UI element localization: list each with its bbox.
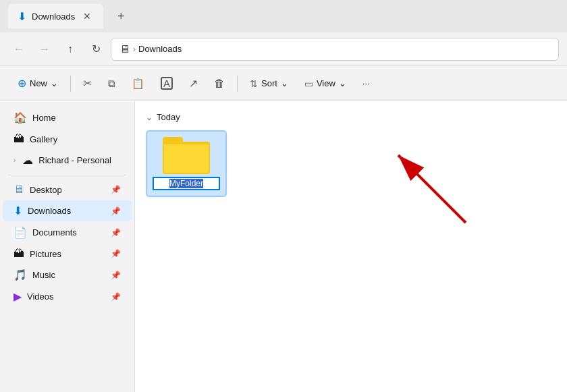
cut-icon: ✂ [83,77,92,90]
sidebar: 🏠 Home 🏔 Gallery › ☁ Richard - Personal … [0,101,135,392]
music-icon: 🎵 [14,269,27,281]
tab-title: Downloads [32,11,75,22]
rename-button[interactable]: A [154,72,180,96]
copy-button[interactable]: ⧉ [101,72,122,96]
pin-icon-downloads: 📌 [111,206,121,216]
forward-button[interactable]: → [34,38,55,60]
sidebar-item-videos[interactable]: ▶ Videos 📌 [3,286,132,307]
share-icon: ↗ [189,77,198,90]
sidebar-divider [8,175,126,175]
pin-icon-documents: 📌 [111,228,121,237]
path-chevron: › [133,45,136,54]
pin-icon-videos: 📌 [111,292,121,302]
sidebar-item-gallery[interactable]: 🏔 Gallery [3,129,132,149]
download-sidebar-icon: ⬇ [14,204,22,217]
expand-icon: › [14,157,16,164]
folder-grid [146,130,556,197]
content-area: ⌄ Today [135,101,567,392]
desktop-label: Desktop [30,185,62,195]
documents-label: Documents [32,227,77,237]
pin-icon-pictures: 📌 [111,249,121,258]
sidebar-item-downloads[interactable]: ⬇ Downloads 📌 [3,200,132,221]
home-label: Home [32,113,56,123]
sort-icon: ⇅ [250,78,258,89]
new-button[interactable]: ⊕ New ⌄ [11,72,65,96]
more-icon: ··· [362,78,370,88]
title-bar: ⬇ Downloads ✕ + [0,0,567,32]
toolbar: ⊕ New ⌄ ✂ ⧉ 📋 A ↗ 🗑 ⇅ Sort ⌄ ▭ View ⌄ ··… [0,66,567,101]
cloud-icon: ☁ [22,154,33,167]
section-chevron: ⌄ [146,113,153,122]
folder-icon [163,137,210,174]
download-icon: ⬇ [18,10,26,23]
divider-2 [237,76,238,92]
new-icon: ⊕ [18,77,26,90]
view-button[interactable]: ▭ View ⌄ [298,72,353,96]
new-dropdown-icon: ⌄ [51,78,58,88]
folder-name-input[interactable] [153,177,220,190]
sidebar-item-desktop[interactable]: 🖥 Desktop 📌 [3,179,132,200]
refresh-button[interactable]: ↻ [85,38,107,60]
more-button[interactable]: ··· [356,72,377,96]
section-title: Today [157,112,180,122]
main-layout: 🏠 Home 🏔 Gallery › ☁ Richard - Personal … [0,101,567,392]
address-path[interactable]: 🖥 › Downloads [111,38,559,61]
gallery-label: Gallery [30,134,57,144]
address-bar: ← → ↑ ↻ 🖥 › Downloads [0,32,567,66]
home-icon: 🏠 [14,111,27,124]
music-label: Music [32,270,55,280]
sidebar-item-music[interactable]: 🎵 Music 📌 [3,264,132,285]
pictures-icon: 🏔 [14,248,24,260]
close-tab-button[interactable]: ✕ [80,9,94,23]
delete-button[interactable]: 🗑 [207,72,232,96]
videos-icon: ▶ [14,290,22,303]
pictures-label: Pictures [30,249,61,259]
pin-icon-music: 📌 [111,271,121,280]
copy-icon: ⧉ [108,78,115,90]
share-button[interactable]: ↗ [182,72,205,96]
sidebar-item-pictures[interactable]: 🏔 Pictures 📌 [3,244,132,264]
richard-label: Richard - Personal [38,155,111,165]
new-label: New [30,78,47,88]
sort-button[interactable]: ⇅ Sort ⌄ [243,72,295,96]
delete-icon: 🗑 [214,78,225,90]
pin-icon-desktop: 📌 [111,185,121,194]
rename-icon: A [161,77,173,90]
view-label: View [317,78,335,88]
gallery-icon: 🏔 [14,133,24,145]
cut-button[interactable]: ✂ [76,72,99,96]
sidebar-item-documents[interactable]: 📄 Documents 📌 [3,222,132,243]
sidebar-item-home[interactable]: 🏠 Home [3,107,132,128]
paste-button[interactable]: 📋 [125,72,151,96]
up-button[interactable]: ↑ [59,38,81,60]
new-tab-button[interactable]: + [110,5,132,27]
sort-label: Sort [261,78,277,88]
folder-item[interactable] [146,130,227,197]
browser-tab[interactable]: ⬇ Downloads ✕ [8,4,103,28]
computer-icon: 🖥 [119,43,130,55]
videos-label: Videos [27,291,54,302]
documents-icon: 📄 [14,226,27,239]
path-text: Downloads [138,44,182,54]
paste-icon: 📋 [132,78,144,90]
desktop-icon: 🖥 [14,184,24,196]
divider-1 [70,76,71,92]
downloads-label: Downloads [28,206,71,216]
sort-dropdown-icon: ⌄ [281,78,288,88]
view-icon: ▭ [304,78,313,89]
section-header: ⌄ Today [146,112,556,122]
view-dropdown-icon: ⌄ [339,78,346,88]
back-button[interactable]: ← [8,38,30,60]
folder-inner [164,144,209,173]
sidebar-item-richard[interactable]: › ☁ Richard - Personal [3,150,132,171]
